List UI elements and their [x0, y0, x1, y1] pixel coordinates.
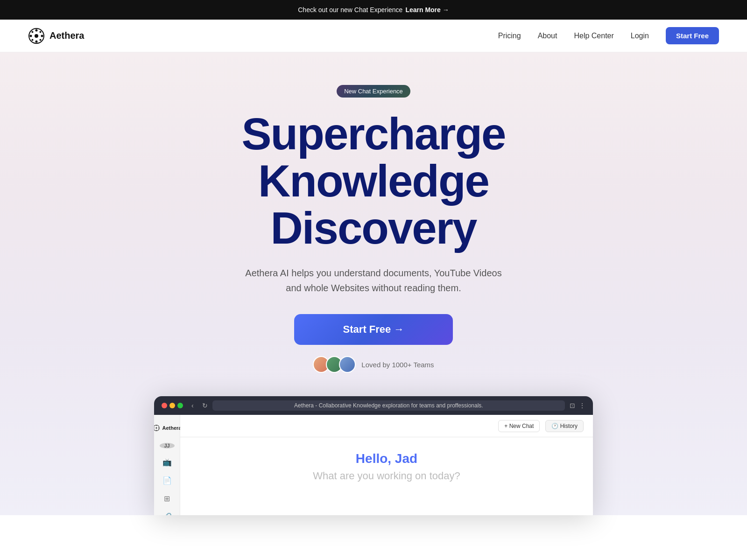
history-button[interactable]: 🕐 History [545, 420, 584, 432]
app-greeting: Hello, Jad [199, 451, 574, 466]
app-sidebar-logo-icon [154, 424, 160, 432]
nav-link-pricing[interactable]: Pricing [498, 32, 521, 40]
svg-point-15 [158, 428, 159, 429]
browser-actions: ⊡ ⋮ [570, 402, 585, 409]
nav-link-help[interactable]: Help Center [574, 32, 613, 40]
svg-point-9 [40, 31, 42, 33]
nav-links: Pricing About Help Center Login Start Fr… [498, 27, 719, 44]
nav-link-login[interactable]: Login [631, 32, 649, 40]
avatar-group [313, 356, 356, 373]
svg-point-14 [154, 428, 155, 429]
nav-link-about[interactable]: About [538, 32, 557, 40]
sidebar-icon-grid[interactable]: ⊞ [162, 494, 173, 503]
new-chat-button[interactable]: + New Chat [498, 420, 540, 432]
browser-controls [162, 403, 183, 408]
loved-text: Loved by 1000+ Teams [361, 361, 434, 369]
svg-point-13 [156, 430, 157, 431]
logo-icon [28, 28, 45, 44]
sidebar-icon-tv[interactable]: 📺 [162, 458, 173, 467]
svg-point-7 [40, 39, 42, 41]
hero-title-line1: Supercharge [242, 109, 506, 159]
app-sidebar-logo-text: Aethera [162, 425, 182, 431]
loved-row: Loved by 1000+ Teams [9, 356, 738, 373]
browser-dot-yellow [169, 403, 175, 408]
hero-subtitle: Aethera AI helps you understand document… [243, 266, 504, 295]
sidebar-user-avatar[interactable]: JJ [160, 443, 175, 448]
svg-point-6 [32, 31, 34, 33]
navbar: Aethera Pricing About Help Center Login … [0, 20, 747, 52]
svg-point-5 [41, 35, 43, 37]
announcement-link[interactable]: Learn More → [405, 6, 449, 14]
browser-menu-icon[interactable]: ⋮ [579, 402, 585, 409]
svg-point-4 [30, 35, 32, 37]
app-sidebar: Aethera JJ 📺 📄 ⊞ 🔗 [154, 415, 180, 515]
hero-title-line2: Knowledge [258, 156, 489, 206]
app-main: + New Chat 🕐 History Hello, Jad What are… [180, 415, 593, 515]
logo[interactable]: Aethera [28, 28, 84, 44]
browser-back-button[interactable]: ‹ [191, 402, 194, 409]
hero-title: Supercharge Knowledge Discovery [9, 111, 738, 252]
browser-url: Aethera - Collaborative Knowledge explor… [212, 400, 565, 411]
announcement-bar: Check out our new Chat Experience Learn … [0, 0, 747, 20]
svg-point-11 [155, 427, 157, 429]
hero-start-free-button[interactable]: Start Free → [294, 314, 453, 345]
browser-bar: ‹ ↻ Aethera - Collaborative Knowledge ex… [154, 396, 593, 415]
app-preview: ‹ ↻ Aethera - Collaborative Knowledge ex… [154, 396, 593, 515]
app-topbar: + New Chat 🕐 History [180, 415, 593, 437]
browser-share-icon[interactable]: ⊡ [570, 402, 575, 409]
hero-title-line3: Discovery [271, 203, 477, 253]
browser-dot-green [177, 403, 183, 408]
logo-text: Aethera [49, 30, 84, 41]
avatar-3 [339, 356, 356, 373]
nav-start-free-button[interactable]: Start Free [666, 27, 719, 44]
app-inner: Aethera JJ 📺 📄 ⊞ 🔗 + New Chat 🕐 History [154, 415, 593, 515]
browser-forward-button[interactable]: ↻ [202, 402, 208, 409]
new-chat-badge: New Chat Experience [337, 85, 410, 98]
sidebar-icon-link[interactable]: 🔗 [162, 512, 173, 515]
svg-point-12 [156, 426, 157, 427]
announcement-text: Check out our new Chat Experience [298, 6, 402, 14]
svg-point-2 [35, 29, 38, 31]
hero-section: New Chat Experience Supercharge Knowledg… [0, 52, 747, 515]
svg-point-3 [35, 40, 38, 42]
svg-point-8 [32, 39, 34, 41]
sidebar-icon-doc[interactable]: 📄 [162, 476, 173, 485]
app-topbar-right: + New Chat 🕐 History [498, 420, 584, 432]
app-question: What are you working on today? [199, 470, 574, 482]
app-content: Hello, Jad What are you working on today… [180, 437, 593, 515]
browser-dot-red [162, 403, 167, 408]
svg-point-1 [35, 34, 38, 38]
